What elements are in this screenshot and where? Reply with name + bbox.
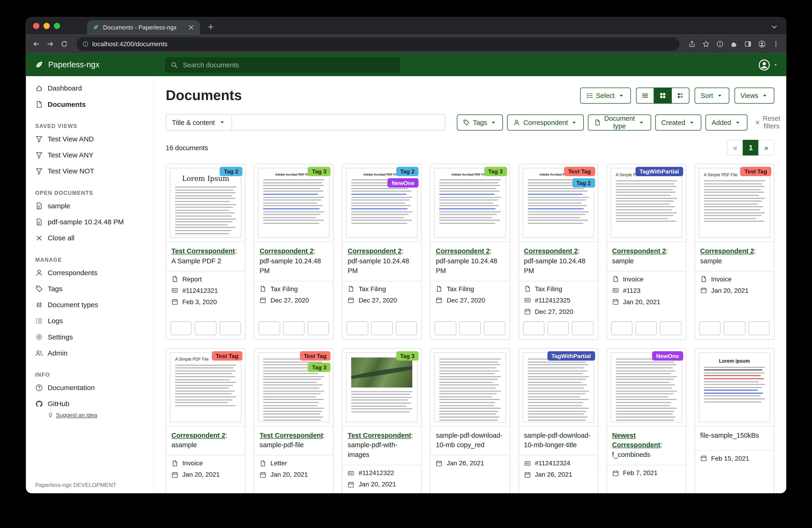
tag-badge[interactable]: Tag 3 [308,167,331,176]
correspondent-link[interactable]: Test Correspondent [260,431,323,439]
view-button[interactable] [547,321,569,335]
sidebar-item-documents[interactable]: Documents [26,96,154,112]
back-icon[interactable] [33,40,40,47]
filter-correspondent-button[interactable]: Correspondent [507,114,584,130]
sidebar-item-close-all[interactable]: Close all [26,230,154,246]
download-button[interactable] [220,321,241,335]
tag-badge[interactable]: Tag 3 [396,351,419,360]
views-button[interactable]: Views [734,87,774,103]
share-icon[interactable] [688,40,695,47]
view-button[interactable] [371,321,393,335]
document-card[interactable]: Adobe Acrobat PDF Files Tag 2NewOne Corr… [342,164,422,340]
filter-document-type-button[interactable]: Document type [588,114,651,130]
address-bar[interactable]: localhost:4200/documents [77,38,679,51]
filter-added-button[interactable]: Added [706,114,747,130]
tag-badge[interactable]: Tag 2 [220,167,243,176]
page-1-button[interactable]: 1 [743,140,759,155]
edit-button[interactable] [170,321,192,335]
info-icon[interactable] [716,40,724,47]
tag-badge[interactable]: Test Tag [300,351,331,360]
browser-tab[interactable]: Documents - Paperless-ngx [87,20,200,34]
sidebar-item-dashboard[interactable]: Dashboard [26,80,154,96]
document-thumbnail[interactable]: Test TagTag 3 [255,348,333,426]
document-thumbnail[interactable]: NewOne [607,348,685,426]
document-card[interactable]: A Simple PDF File TagWithPartial Corresp… [606,164,686,340]
sidebar-item-logs[interactable]: Logs [26,313,154,329]
sidebar-item-pdf-sample-10-24-48-pm[interactable]: pdf-sample 10.24.48 PM [26,214,154,230]
sidebar-item-test-view-any[interactable]: Test View ANY [26,147,154,163]
tag-badge[interactable]: NewOne [652,351,683,360]
document-thumbnail[interactable]: Tag 3 [343,348,421,426]
view-button[interactable] [724,321,745,335]
document-thumbnail[interactable]: Adobe Acrobat PDF Files Test TagTag 2 [519,164,597,242]
document-card[interactable]: Lorem ipsum file-sample_150kBs Feb 15, 2… [695,348,774,493]
document-thumbnail[interactable]: Lorem Ipsum Tag 2 [166,164,245,242]
list-view-button[interactable] [636,87,654,103]
zoom-window-button[interactable] [54,23,60,29]
previous-page-button[interactable]: « [727,140,743,155]
split-screen-icon[interactable] [744,40,751,47]
sort-button[interactable]: Sort [695,87,729,103]
detail-view-button[interactable] [671,87,689,103]
extensions-icon[interactable] [730,40,738,47]
document-thumbnail[interactable]: Adobe Acrobat PDF Files Tag 3 [255,164,333,242]
sidebar-item-settings[interactable]: Settings [26,329,154,345]
reset-filters-button[interactable]: Reset filters [751,114,783,130]
document-thumbnail[interactable]: Lorem ipsum [695,348,774,426]
view-button[interactable] [195,321,216,335]
correspondent-link[interactable]: Test Correspondent [172,247,235,255]
document-card[interactable]: A Simple PDF File Test Tag Correspondent… [695,164,774,340]
new-tab-button[interactable] [207,23,215,30]
tag-badge[interactable]: TagWithPartial [547,351,595,360]
menu-kebab-icon[interactable] [772,40,780,47]
sidebar-item-correspondents[interactable]: Correspondents [26,265,154,281]
tag-badge[interactable]: Tag 2 [572,178,595,188]
tag-badge[interactable]: NewOne [388,178,419,188]
document-card[interactable]: Lorem Ipsum Tag 2 Test Correspondent: A … [166,164,246,340]
sidebar-item-document-types[interactable]: Document types [26,297,154,313]
correspondent-link[interactable]: Correspondent 2 [436,247,490,255]
correspondent-link[interactable]: Correspondent 2 [612,247,666,255]
download-button[interactable] [484,321,505,335]
document-card[interactable]: TagWithPartial sample-pdf-download-10-mb… [518,348,598,493]
sidebar-item-sample[interactable]: sample [26,198,154,214]
correspondent-link[interactable]: Newest Correspondent [612,431,661,449]
tag-badge[interactable]: Tag 3 [308,362,331,372]
tab-search-chevron-icon[interactable] [771,23,778,30]
document-thumbnail[interactable]: Adobe Acrobat PDF Files Tag 3 [431,164,509,242]
correspondent-link[interactable]: Correspondent 2 [172,431,226,439]
correspondent-link[interactable]: Correspondent 2 [260,247,314,255]
sidebar-link-suggest-an-idea[interactable]: Suggest an idea [26,412,154,421]
download-button[interactable] [308,321,329,335]
view-button[interactable] [459,321,481,335]
document-thumbnail[interactable]: Adobe Acrobat PDF Files Tag 2NewOne [343,164,421,242]
sidebar-item-test-view-not[interactable]: Test View NOT [26,163,154,179]
sidebar-item-github[interactable]: GitHub [26,396,154,412]
correspondent-link[interactable]: Correspondent 2 [348,247,402,255]
tag-badge[interactable]: Test Tag [564,167,595,176]
bookmark-star-icon[interactable] [702,40,710,47]
filter-tags-button[interactable]: Tags [457,114,503,130]
sidebar-item-test-view-and[interactable]: Test View AND [26,131,154,147]
search-input[interactable] [182,60,394,69]
document-card[interactable]: Test TagTag 3 Test Correspondent: sample… [254,348,334,493]
document-card[interactable]: NewOne Newest Correspondent: f_combineds… [606,348,686,493]
document-card[interactable]: Adobe Acrobat PDF Files Tag 3 Correspond… [430,164,510,340]
document-thumbnail[interactable]: A Simple PDF File Test Tag [695,164,774,242]
sidebar-item-documentation[interactable]: Documentation [26,380,154,396]
tag-badge[interactable]: TagWithPartial [635,167,683,176]
view-button[interactable] [283,321,304,335]
view-button[interactable] [636,321,657,335]
document-thumbnail[interactable]: A Simple PDF File Test Tag [166,348,245,426]
grid-view-button[interactable] [653,87,671,103]
document-thumbnail[interactable] [431,348,509,426]
edit-button[interactable] [699,321,721,335]
sidebar-item-tags[interactable]: Tags [26,281,154,297]
minimize-window-button[interactable] [43,23,50,29]
next-page-button[interactable]: » [758,140,774,155]
sidebar-item-admin[interactable]: Admin [26,345,154,361]
document-card[interactable]: Adobe Acrobat PDF Files Test TagTag 2 Co… [518,164,598,340]
edit-button[interactable] [347,321,368,335]
document-thumbnail[interactable]: TagWithPartial [519,348,597,426]
correspondent-link[interactable]: Correspondent 2 [700,247,754,255]
